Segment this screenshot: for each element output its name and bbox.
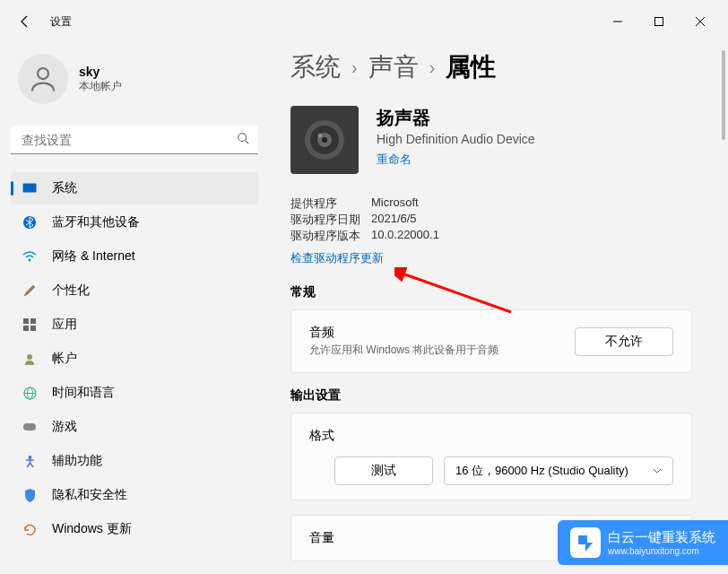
- svg-point-4: [38, 68, 48, 79]
- driver-version-value: 10.0.22000.1: [371, 228, 439, 244]
- close-button[interactable]: [680, 7, 721, 36]
- avatar: [18, 54, 68, 104]
- shield-icon: [22, 487, 38, 503]
- brush-icon: [22, 283, 38, 299]
- driver-info: 提供程序Microsoft 驱动程序日期2021/6/5 驱动程序版本10.0.…: [290, 196, 692, 244]
- apps-icon: [22, 317, 38, 333]
- nav-label: 蓝牙和其他设备: [52, 214, 140, 230]
- driver-date-value: 2021/6/5: [371, 212, 417, 228]
- wifi-icon: [22, 248, 38, 265]
- device-info: 扬声器 High Definition Audio Device 重命名: [377, 106, 535, 174]
- nav-system[interactable]: 系统: [11, 172, 258, 204]
- nav-label: Windows 更新: [52, 521, 132, 537]
- nav-accessibility[interactable]: 辅助功能: [11, 445, 258, 477]
- sidebar: sky 本地帐户 系统 蓝牙和其他设备 网络 & Internet 个性化 应用…: [0, 43, 269, 574]
- nav-label: 帐户: [52, 351, 77, 367]
- display-icon: [22, 180, 38, 196]
- scrollbar-thumb[interactable]: [722, 50, 725, 140]
- user-info: sky 本地帐户: [79, 65, 122, 94]
- svg-point-14: [27, 354, 32, 360]
- audio-title: 音频: [309, 325, 498, 341]
- nav-time-language[interactable]: 时间和语言: [11, 377, 258, 409]
- nav-update[interactable]: Windows 更新: [11, 513, 258, 545]
- nav-personalization[interactable]: 个性化: [11, 274, 258, 307]
- crumb-sound[interactable]: 声音: [368, 50, 419, 84]
- audio-desc: 允许应用和 Windows 将此设备用于音频: [309, 343, 498, 358]
- watermark-text: 白云一键重装系统: [608, 529, 715, 546]
- content: 系统 › 声音 › 属性 扬声器 High Definition Audio D…: [269, 43, 728, 574]
- svg-rect-18: [23, 423, 36, 430]
- svg-point-5: [238, 134, 247, 142]
- minimize-button[interactable]: [597, 7, 638, 36]
- watermark: 白云一键重装系统 www.baiyunxitong.com: [558, 520, 728, 565]
- nav-accounts[interactable]: 帐户: [11, 343, 258, 375]
- format-label: 格式: [309, 428, 673, 444]
- device-name: 扬声器: [377, 106, 535, 130]
- search-icon: [237, 132, 249, 148]
- nav-gaming[interactable]: 游戏: [11, 411, 258, 443]
- volume-label: 音量: [309, 530, 334, 546]
- provider-value: Microsoft: [371, 196, 419, 212]
- username: sky: [79, 65, 122, 79]
- app-title: 设置: [50, 14, 72, 30]
- nav-privacy[interactable]: 隐私和安全性: [11, 479, 258, 511]
- update-icon: [22, 521, 38, 537]
- driver-date-label: 驱动程序日期: [290, 212, 371, 228]
- svg-point-24: [318, 134, 323, 138]
- chevron-right-icon: ›: [351, 57, 358, 78]
- scrollbar[interactable]: [721, 50, 726, 319]
- svg-rect-13: [30, 326, 36, 331]
- crumb-system[interactable]: 系统: [290, 50, 341, 84]
- titlebar: 设置: [0, 0, 728, 43]
- account-type: 本地帐户: [79, 79, 122, 94]
- nav-label: 系统: [52, 180, 77, 196]
- format-value: 16 位，96000 Hz (Studio Quality): [455, 463, 628, 479]
- back-button[interactable]: [7, 4, 43, 39]
- chevron-down-icon: [653, 468, 662, 474]
- close-icon: [696, 17, 705, 26]
- nav-label: 时间和语言: [52, 385, 115, 401]
- search-input[interactable]: [11, 126, 258, 154]
- nav-apps[interactable]: 应用: [11, 309, 258, 341]
- person-icon: [27, 63, 59, 95]
- chevron-right-icon: ›: [429, 57, 436, 78]
- maximize-button[interactable]: [638, 7, 680, 36]
- svg-point-9: [29, 259, 31, 262]
- driver-version-label: 驱动程序版本: [290, 228, 371, 244]
- nav-list: 系统 蓝牙和其他设备 网络 & Internet 个性化 应用 帐户 时间和语言…: [11, 172, 258, 545]
- watermark-logo-icon: [570, 527, 601, 558]
- svg-point-23: [322, 137, 327, 143]
- speaker-icon: [290, 106, 359, 174]
- user-section[interactable]: sky 本地帐户: [11, 43, 258, 122]
- nav-label: 应用: [52, 317, 77, 333]
- device-description: High Definition Audio Device: [377, 132, 535, 146]
- nav-label: 辅助功能: [52, 453, 102, 469]
- general-section-title: 常规: [290, 284, 692, 300]
- svg-rect-10: [23, 318, 29, 324]
- device-header: 扬声器 High Definition Audio Device 重命名: [290, 106, 692, 174]
- gamepad-icon: [22, 419, 38, 435]
- disallow-button[interactable]: 不允许: [575, 327, 673, 356]
- rename-link[interactable]: 重命名: [377, 152, 412, 168]
- format-dropdown[interactable]: 16 位，96000 Hz (Studio Quality): [444, 457, 673, 485]
- output-section-title: 输出设置: [290, 387, 692, 404]
- accessibility-icon: [22, 453, 38, 469]
- globe-icon: [22, 385, 38, 401]
- nav-label: 网络 & Internet: [52, 248, 135, 265]
- nav-label: 游戏: [52, 419, 77, 435]
- minimize-icon: [613, 17, 622, 26]
- nav-bluetooth[interactable]: 蓝牙和其他设备: [11, 206, 258, 239]
- watermark-url: www.baiyunxitong.com: [608, 546, 715, 556]
- provider-label: 提供程序: [290, 196, 371, 212]
- svg-rect-1: [655, 18, 663, 26]
- svg-rect-11: [30, 318, 36, 324]
- svg-line-6: [246, 141, 249, 144]
- svg-rect-7: [23, 184, 37, 193]
- test-button[interactable]: 测试: [334, 457, 433, 485]
- nav-network[interactable]: 网络 & Internet: [11, 240, 258, 273]
- search-box: [11, 126, 258, 154]
- nav-label: 个性化: [52, 283, 90, 299]
- audio-card: 音频 允许应用和 Windows 将此设备用于音频 不允许: [290, 309, 692, 373]
- maximize-icon: [654, 17, 663, 26]
- check-update-link[interactable]: 检查驱动程序更新: [290, 250, 384, 266]
